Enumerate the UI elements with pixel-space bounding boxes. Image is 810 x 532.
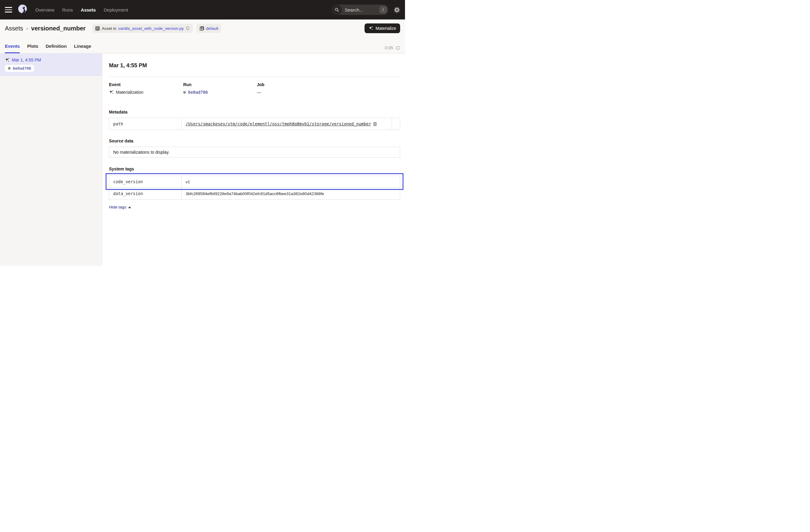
- table-icon: [95, 26, 100, 31]
- asset-tabs: Events Plots Definition Lineage: [5, 44, 91, 53]
- dagster-logo[interactable]: [17, 4, 29, 16]
- event-type-value: Materialization: [116, 90, 143, 95]
- metadata-heading: Metadata: [109, 110, 400, 114]
- event-detail-panel: Mar 1, 4:55 PM Event Materialization Run…: [102, 53, 405, 266]
- settings-gear-icon[interactable]: [394, 7, 400, 13]
- source-data-heading: Source data: [109, 139, 400, 143]
- tab-definition[interactable]: Definition: [46, 44, 67, 53]
- run-status-dot: [183, 91, 186, 94]
- materialization-sparkle-icon: [109, 90, 114, 95]
- breadcrumb-assets-link[interactable]: Assets: [5, 25, 23, 32]
- run-id-link[interactable]: 6e0ad706: [188, 90, 208, 95]
- refresh-countdown: 0:05: [385, 45, 393, 50]
- breadcrumb: Assets › versioned_number: [5, 25, 85, 32]
- run-chip[interactable]: 6e0ad706: [5, 65, 34, 72]
- tag-key: data_version: [109, 188, 182, 200]
- tag-value: 3bfc269594ef649228e9a74bab00f042efc91d5a…: [182, 188, 400, 200]
- repo-badge: default: [197, 24, 222, 33]
- chevron-right-icon: ›: [26, 25, 28, 31]
- system-tags-table: code_version v1 data_version 3bfc269594e…: [109, 176, 400, 200]
- asset-in-label: Asset in: [102, 26, 116, 31]
- octopus-logo-icon: [17, 4, 29, 16]
- menu-button[interactable]: [5, 7, 12, 13]
- metadata-table: path /Users/smackesey/stm/code/elementl/…: [109, 118, 400, 130]
- source-data-empty-message: No materializations to display.: [113, 150, 169, 155]
- search-box[interactable]: /: [332, 4, 388, 15]
- tab-plots[interactable]: Plots: [27, 44, 38, 53]
- nav-item-assets[interactable]: Assets: [81, 7, 96, 13]
- asset-page-header: Assets › versioned_number Asset in vanil…: [0, 19, 405, 53]
- materialize-label: Materialize: [375, 26, 396, 31]
- nav-item-deployment[interactable]: Deployment: [104, 7, 128, 13]
- tab-events[interactable]: Events: [5, 44, 20, 53]
- asset-file-link[interactable]: vanilla_asset_with_code_version.py: [118, 26, 183, 31]
- top-nav: Overview Runs Assets Deployment /: [0, 0, 405, 19]
- page-title: versioned_number: [31, 25, 85, 32]
- divider: [109, 77, 400, 77]
- event-timestamp-link[interactable]: Mar 1, 4:55 PM: [12, 58, 41, 62]
- source-data-empty-state: No materializations to display.: [109, 147, 400, 158]
- job-column-label: Job: [257, 82, 400, 87]
- sparkle-icon: [369, 26, 373, 31]
- metadata-key: path: [109, 118, 182, 130]
- hide-tags-label: Hide tags: [109, 205, 126, 209]
- run-status-dot: [8, 67, 11, 70]
- event-title: Mar 1, 4:55 PM: [109, 62, 400, 69]
- primary-nav: Overview Runs Assets Deployment: [35, 7, 128, 13]
- materialization-sparkle-icon: [5, 58, 10, 62]
- materialize-button[interactable]: Materialize: [364, 23, 400, 33]
- asset-definition-badge: Asset in vanilla_asset_with_code_version…: [92, 24, 193, 33]
- job-value: —: [257, 90, 261, 95]
- metadata-actions-cell: [392, 118, 400, 130]
- nav-item-overview[interactable]: Overview: [35, 7, 54, 13]
- repo-icon: [200, 26, 204, 31]
- tab-lineage[interactable]: Lineage: [74, 44, 91, 53]
- copy-path-button[interactable]: [373, 122, 377, 126]
- table-row-data-version: data_version 3bfc269594ef649228e9a74bab0…: [109, 188, 400, 200]
- events-sidebar: Mar 1, 4:55 PM 6e0ad706: [0, 53, 102, 266]
- table-row-code-version: code_version v1: [109, 176, 400, 188]
- event-column-label: Event: [109, 82, 183, 87]
- table-row: path /Users/smackesey/stm/code/elementl/…: [109, 118, 400, 130]
- search-icon: [332, 4, 342, 15]
- reload-definition-icon[interactable]: [185, 26, 190, 30]
- search-input[interactable]: [342, 7, 379, 13]
- nav-item-runs[interactable]: Runs: [62, 7, 73, 13]
- metadata-path-link[interactable]: /Users/smackesey/stm/code/elementl/oss/t…: [185, 122, 371, 126]
- refresh-timer: 0:05: [385, 45, 400, 53]
- search-shortcut-key: /: [379, 6, 387, 13]
- event-list-item[interactable]: Mar 1, 4:55 PM 6e0ad706: [0, 53, 102, 76]
- repo-link[interactable]: default: [206, 26, 218, 31]
- event-summary: Event Materialization Run 6e0ad706 Job —: [109, 82, 400, 95]
- tag-value: v1: [182, 176, 400, 188]
- caret-up-icon: [128, 206, 131, 208]
- run-id: 6e0ad706: [13, 66, 31, 70]
- refresh-icon[interactable]: [395, 46, 400, 50]
- hide-tags-link[interactable]: Hide tags: [109, 205, 131, 209]
- system-tags-heading: System tags: [109, 166, 400, 171]
- tag-key: code_version: [109, 176, 182, 188]
- run-column-label: Run: [183, 82, 257, 87]
